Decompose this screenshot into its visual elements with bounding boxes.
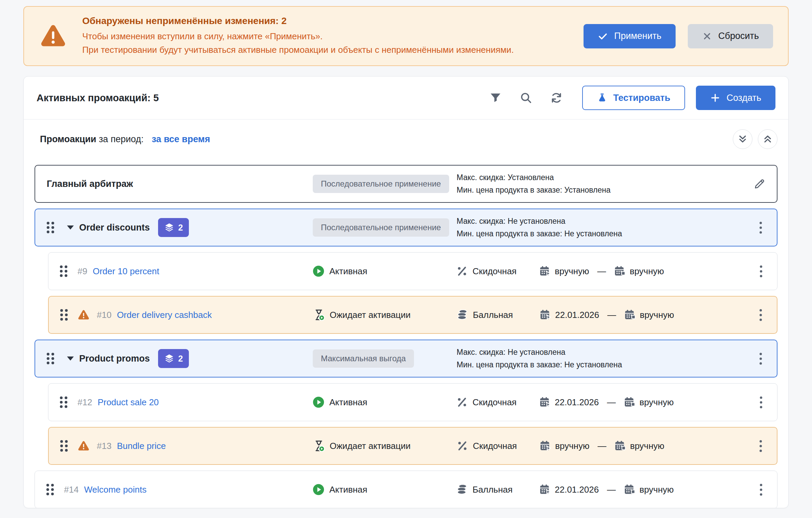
arbitrage-title: Главный арбитраж	[47, 179, 133, 189]
arbitrage-settings: Макс. скидка: Установлена Мин. цена прод…	[457, 171, 748, 196]
drag-handle-icon[interactable]	[46, 484, 54, 495]
coins-icon	[456, 484, 468, 495]
start-date: 22.01.2026	[555, 484, 599, 495]
max-discount-text: Макс. скидка: Не установлена	[457, 346, 748, 359]
row-menu-button[interactable]	[756, 350, 765, 367]
promo-name-link[interactable]: Welcome points	[84, 484, 147, 495]
promo-id: #9	[78, 266, 87, 277]
drag-handle-icon[interactable]	[47, 353, 54, 364]
status-pending-icon	[313, 440, 325, 452]
max-discount-text: Макс. скидка: Установлена	[457, 171, 748, 184]
group-row-product-promos: Product promos 2 Максимальная выгода Мак…	[35, 340, 777, 377]
banner-title: Обнаружены неприменённые изменения: 2	[82, 16, 573, 26]
row-menu-button[interactable]	[756, 219, 765, 236]
promo-type-text: Балльная	[473, 484, 512, 495]
promos-card: Активных промоакций: 5 Тестировать Созда…	[23, 76, 789, 508]
apply-button[interactable]: Применить	[584, 24, 676, 48]
date-separator: —	[597, 441, 606, 451]
promo-row-10: #10 Order delivery cashback Ожидает акти…	[48, 296, 777, 334]
group-count-badge: 2	[158, 218, 189, 237]
row-menu-button[interactable]	[756, 481, 766, 498]
date-separator: —	[607, 310, 616, 320]
promo-row-14: #14 Welcome points Активная Балльная 22.…	[35, 471, 777, 508]
warning-icon	[78, 310, 89, 320]
expand-all-button[interactable]	[733, 129, 752, 149]
promo-name-link[interactable]: Product sale 20	[97, 397, 159, 408]
date-separator: —	[607, 397, 616, 408]
group-settings: Макс. скидка: Не установлена Мин. цена п…	[457, 346, 748, 371]
promo-type-text: Балльная	[473, 310, 513, 320]
collapse-group-icon[interactable]	[67, 357, 74, 361]
promo-type-text: Скидочная	[473, 266, 517, 277]
max-discount-text: Макс. скидка: Не установлена	[457, 215, 748, 228]
filter-icon[interactable]	[489, 92, 502, 104]
period-label-bold: Промоакции	[40, 134, 96, 144]
calendar-end-icon	[614, 440, 626, 452]
date-separator: —	[597, 266, 606, 277]
drag-handle-icon[interactable]	[60, 265, 67, 277]
end-date: вручную	[630, 266, 664, 277]
collapse-all-button[interactable]	[758, 129, 777, 149]
coins-icon	[457, 309, 468, 321]
drag-handle-icon[interactable]	[60, 396, 67, 408]
page: Обнаружены неприменённые изменения: 2 Чт…	[0, 0, 812, 518]
banner-line-2: При тестировании будут учитываться актив…	[82, 43, 573, 57]
group-settings: Макс. скидка: Не установлена Мин. цена п…	[457, 215, 748, 240]
group-count: 2	[178, 223, 183, 233]
drag-handle-icon[interactable]	[60, 440, 68, 452]
row-menu-button[interactable]	[756, 394, 766, 411]
period-link[interactable]: за все время	[152, 134, 210, 145]
period-row: Промоакции за период: за все время	[35, 129, 777, 149]
calendar-start-icon	[539, 396, 551, 408]
banner-text: Обнаружены неприменённые изменения: 2 Чт…	[82, 16, 573, 57]
collapse-group-icon[interactable]	[67, 225, 74, 230]
date-separator: —	[607, 484, 616, 495]
promo-row-9: #9 Order 10 percent Активная Скидочная в…	[48, 252, 777, 290]
test-button[interactable]: Тестировать	[582, 86, 685, 110]
period-label-rest: за период:	[96, 134, 144, 144]
collapse-buttons	[733, 129, 777, 149]
mode-badge: Последовательное применение	[313, 218, 449, 237]
mode-badge: Последовательное применение	[313, 175, 449, 193]
promo-row-13: #13 Bundle price Ожидает активации Скидо…	[48, 427, 777, 465]
row-menu-button[interactable]	[756, 437, 765, 455]
status-text: Активная	[329, 484, 367, 495]
page-title: Активных промоакций: 5	[37, 92, 489, 104]
promo-name-link[interactable]: Bundle price	[117, 441, 166, 451]
row-menu-button[interactable]	[756, 263, 766, 280]
end-date: вручную	[639, 397, 674, 408]
percent-icon	[456, 265, 468, 277]
promo-type-text: Скидочная	[473, 441, 517, 451]
promo-id: #12	[78, 397, 92, 408]
end-date: вручную	[639, 484, 674, 495]
status-text: Ожидает активации	[330, 441, 411, 451]
layers-icon	[164, 353, 174, 364]
drag-handle-icon[interactable]	[47, 222, 54, 233]
test-button-label: Тестировать	[613, 93, 671, 103]
create-button[interactable]: Создать	[696, 86, 775, 110]
search-icon[interactable]	[520, 92, 532, 104]
promo-name-link[interactable]: Order delivery cashback	[117, 310, 212, 320]
start-date: вручную	[555, 441, 589, 451]
reset-button-label: Сбросить	[718, 31, 759, 41]
end-date: вручную	[630, 441, 664, 451]
status-text: Ожидает активации	[330, 310, 411, 320]
group-name: Product promos	[79, 353, 150, 364]
group-name: Order discounts	[79, 222, 150, 233]
calendar-start-icon	[539, 265, 551, 277]
apply-button-label: Применить	[614, 31, 661, 41]
period-label: Промоакции за период:	[40, 134, 144, 145]
mode-badge: Максимальная выгода	[313, 349, 414, 368]
header-buttons: Тестировать Создать	[582, 86, 775, 110]
row-menu-button[interactable]	[756, 306, 765, 324]
calendar-start-icon	[540, 309, 551, 321]
calendar-start-icon	[540, 440, 551, 452]
reset-button[interactable]: Сбросить	[688, 24, 773, 48]
calendar-end-icon	[624, 396, 635, 408]
end-date: вручную	[640, 310, 674, 320]
edit-icon[interactable]	[754, 178, 765, 190]
refresh-icon[interactable]	[550, 92, 563, 104]
promo-name-link[interactable]: Order 10 percent	[93, 266, 159, 277]
drag-handle-icon[interactable]	[60, 309, 68, 321]
status-text: Активная	[329, 266, 367, 277]
